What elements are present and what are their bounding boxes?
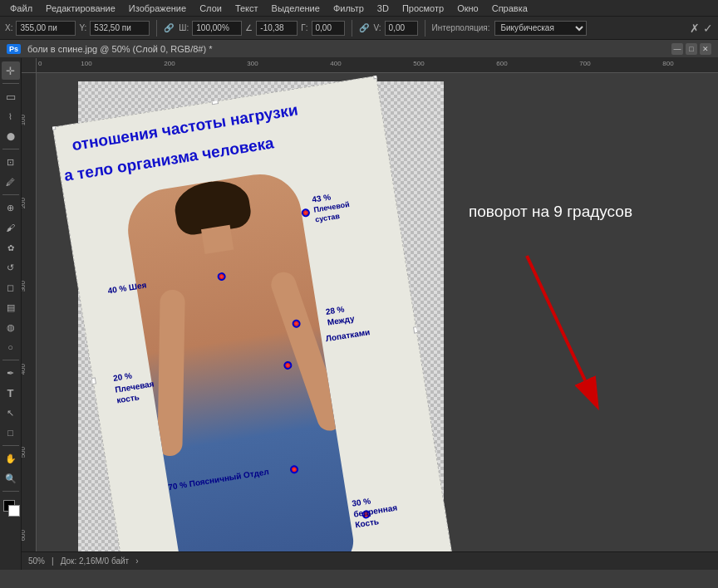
ruler-top: 0 100 200 300 400 500 600 700 800 xyxy=(37,58,718,73)
tool-brush[interactable]: 🖌 xyxy=(2,218,20,237)
color-picker[interactable] xyxy=(2,498,20,517)
label-between: 28 %Между xyxy=(325,302,356,328)
tool-lasso[interactable]: ⌇ xyxy=(2,107,20,125)
close-button[interactable]: ✕ xyxy=(700,43,711,55)
ps-icon: Ps xyxy=(7,44,21,54)
menu-select[interactable]: Выделение xyxy=(265,0,327,17)
label-femur: 30 %бедреннаяКость xyxy=(351,492,400,531)
menu-layers[interactable]: Слои xyxy=(193,0,229,17)
menu-help[interactable]: Справка xyxy=(485,0,534,17)
maximize-button[interactable]: □ xyxy=(686,43,697,55)
angle-input[interactable] xyxy=(256,21,298,36)
menu-text[interactable]: Текст xyxy=(229,0,265,17)
tool-gradient[interactable]: ▤ xyxy=(2,298,20,316)
main-area: ✛ ▭ ⌇ ⬤ ⊡ 🖉 ⊕ 🖌 ✿ ↺ ◻ ▤ ◍ ○ ✒ T ↖ □ ✋ 🔍 xyxy=(0,58,718,570)
skew-input[interactable] xyxy=(312,21,345,36)
tool-quickselect[interactable]: ⬤ xyxy=(2,127,20,145)
options-bar: X: Y: 🔗 Ш: ∠ Г: 🔗 V: Интерполяция: Бикуб… xyxy=(0,17,718,40)
angle-label: ∠ xyxy=(245,23,253,32)
status-bar: 50% | Док: 2,16М/0 байт › xyxy=(22,551,718,570)
annotation-text: поворот на 9 градусов xyxy=(469,202,652,223)
tool-eraser[interactable]: ◻ xyxy=(2,278,20,296)
canvas-content[interactable]: отношения частоты нагрузки а тело органи… xyxy=(37,73,718,570)
v-input[interactable] xyxy=(385,21,418,36)
w-input[interactable] xyxy=(192,21,242,36)
menu-window[interactable]: Окно xyxy=(450,0,485,17)
tool-history[interactable]: ↺ xyxy=(2,258,20,277)
menu-image[interactable]: Изображение xyxy=(122,0,193,17)
tool-text[interactable]: T xyxy=(2,384,20,402)
tool-zoom[interactable]: 🔍 xyxy=(2,469,20,488)
menu-bar: Файл Редактирование Изображение Слои Тек… xyxy=(0,0,718,17)
w-label: Ш: xyxy=(179,23,189,32)
doc-title-bar: Ps боли в спине.jpg @ 50% (Слой 0, RGB/8… xyxy=(0,40,718,58)
tool-move[interactable]: ✛ xyxy=(2,61,20,80)
annotation-arrow-svg xyxy=(502,247,652,414)
y-input[interactable] xyxy=(90,21,150,36)
handle-tl[interactable] xyxy=(52,123,57,130)
toolbar: ✛ ▭ ⌇ ⬤ ⊡ 🖉 ⊕ 🖌 ✿ ↺ ◻ ▤ ◍ ○ ✒ T ↖ □ ✋ 🔍 xyxy=(0,58,22,570)
label-shoulder: 43 %Плечевойсустав xyxy=(312,189,352,224)
y-label: Y: xyxy=(79,23,86,32)
status-sep: | xyxy=(52,556,54,566)
link-icon2: 🔗 xyxy=(359,23,369,32)
menu-3d[interactable]: 3D xyxy=(371,0,396,17)
x-input[interactable] xyxy=(16,21,76,36)
tool-hand[interactable]: ✋ xyxy=(2,449,20,468)
interp-select[interactable]: Бикубическая Билинейная Ближайший сосед xyxy=(494,21,587,36)
tool-heal[interactable]: ⊕ xyxy=(2,198,20,217)
minimize-button[interactable]: — xyxy=(671,43,683,55)
x-label: X: xyxy=(5,23,12,32)
annotation: поворот на 9 градусов xyxy=(469,202,652,231)
v-label: V: xyxy=(374,23,381,32)
link-icon: 🔗 xyxy=(164,23,174,32)
tool-eyedropper[interactable]: 🖉 xyxy=(2,173,20,191)
skew-label: Г: xyxy=(301,23,307,32)
tool-marquee[interactable]: ▭ xyxy=(2,87,20,105)
tool-clone[interactable]: ✿ xyxy=(2,238,20,257)
tool-crop[interactable]: ⊡ xyxy=(2,153,20,171)
ruler-corner xyxy=(22,58,37,73)
canvas-area[interactable]: 0 100 200 300 400 500 600 700 800 100 20… xyxy=(22,58,718,570)
menu-view[interactable]: Просмотр xyxy=(396,0,450,17)
tool-blur[interactable]: ◍ xyxy=(2,318,20,336)
tool-pen[interactable]: ✒ xyxy=(2,364,20,382)
confirm-transform-icon[interactable]: ✓ xyxy=(703,22,713,35)
ruler-left: 100 200 300 400 500 600 xyxy=(22,73,37,570)
doc-size: Док: 2,16М/0 байт xyxy=(61,556,130,566)
zoom-level: 50% xyxy=(28,556,45,566)
status-arrow[interactable]: › xyxy=(135,556,138,566)
tool-dodge[interactable]: ○ xyxy=(2,338,20,356)
handle-tr[interactable] xyxy=(372,76,380,80)
menu-file[interactable]: Файл xyxy=(3,0,39,17)
tool-pathselect[interactable]: ↖ xyxy=(2,404,20,422)
doc-title: боли в спине.jpg @ 50% (Слой 0, RGB/8#) … xyxy=(27,44,212,54)
interp-label: Интерполяция: xyxy=(432,23,490,32)
tool-shape[interactable]: □ xyxy=(2,424,20,442)
menu-filter[interactable]: Фильтр xyxy=(327,0,371,17)
menu-edit[interactable]: Редактирование xyxy=(39,0,122,17)
svg-line-1 xyxy=(527,256,585,380)
cancel-transform-icon[interactable]: ✗ xyxy=(690,22,700,35)
